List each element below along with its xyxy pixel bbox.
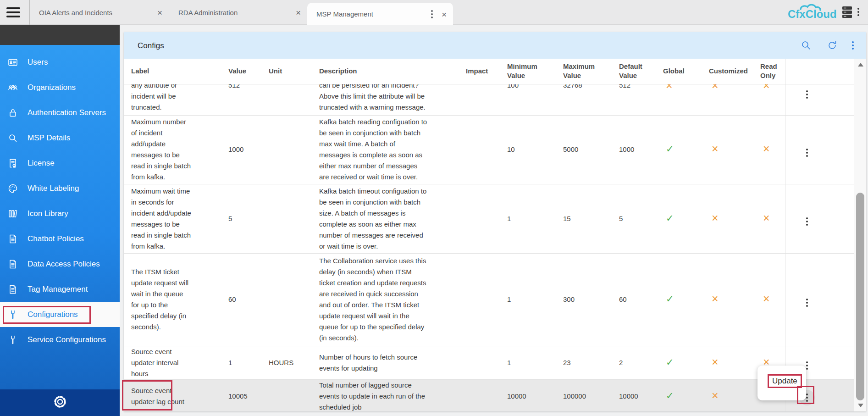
customized-mark: × — [712, 211, 719, 224]
config-default-value: 1000 — [619, 145, 634, 153]
sidebar-item-label: Service Configurations — [28, 335, 106, 344]
config-default-value: 10000 — [619, 392, 638, 400]
config-min-value: 1 — [507, 295, 511, 303]
table-row: Source event updater interval hours 1 HO… — [124, 346, 854, 379]
config-label: Source event updater interval hours — [131, 348, 178, 377]
sidebar-item-data-access-policies[interactable]: Data Access Policies — [0, 251, 120, 277]
hamburger-menu-icon[interactable] — [6, 7, 20, 17]
config-value: 10005 — [228, 392, 248, 400]
global-mark: ✓ — [666, 144, 674, 154]
sidebar-item-tag-management[interactable]: Tag Management — [0, 277, 120, 302]
config-value: 60 — [228, 295, 236, 303]
scrollbar-thumb[interactable] — [856, 193, 864, 400]
tab-msp-management-active[interactable]: MSP Management × — [307, 3, 453, 25]
row-actions-kebab-icon[interactable] — [806, 299, 808, 307]
table-row: Maximum wait time in seconds for inciden… — [124, 184, 854, 253]
lock-icon — [7, 107, 18, 118]
sidebar-item-service-configurations[interactable]: Service Configurations — [0, 327, 120, 352]
scroll-up-arrow-icon[interactable] — [858, 63, 863, 67]
config-min-value: 100 — [507, 84, 553, 91]
config-default-value: 5 — [619, 215, 623, 222]
annotation-box-update: Update — [768, 374, 802, 388]
column-header-value: Value — [221, 59, 261, 84]
table-row: The ITSM ticket update request will wait… — [124, 253, 854, 346]
config-label: The ITSM ticket update request will wait… — [131, 268, 188, 331]
browser-tab-bar: OIA Alerts and Incidents × RDA Administr… — [0, 0, 868, 25]
document-icon — [7, 259, 18, 270]
kebab-icon — [806, 394, 808, 402]
sidebar-item-msp-details[interactable]: MSP Details — [0, 125, 120, 150]
close-icon[interactable]: × — [296, 8, 301, 17]
table-row: Maximum number of incident add/update me… — [124, 115, 854, 184]
sidebar-item-white-labeling[interactable]: White Labeling — [0, 176, 120, 201]
configs-table: Label Value Unit Description Impact Mini… — [124, 59, 854, 411]
sidebar-item-label: Tag Management — [28, 285, 88, 294]
sidebar-item-label: Organizations — [28, 83, 76, 92]
config-max-value: 23 — [563, 359, 571, 366]
sidebar-item-configurations[interactable]: Configurations — [0, 302, 120, 327]
column-header-global: Global — [656, 59, 702, 84]
sidebar: Users Organizations Authentication Serve… — [0, 45, 120, 389]
sidebar-item-icon-library[interactable]: Icon Library — [0, 201, 120, 226]
global-mark: ✓ — [666, 357, 674, 367]
sidebar-item-label: License — [28, 159, 55, 168]
sidebar-item-organizations[interactable]: Organizations — [0, 75, 120, 100]
customized-mark: × — [712, 84, 750, 91]
scroll-down-arrow-icon[interactable] — [858, 404, 863, 407]
update-menu-item[interactable]: Update — [772, 377, 797, 385]
panel-title: Configs — [138, 41, 164, 50]
read-only-mark: × — [763, 292, 770, 305]
tab-label: RDA Administration — [169, 9, 238, 17]
panel-kebab-icon[interactable] — [852, 41, 854, 50]
row-actions-kebab-icon[interactable] — [806, 217, 808, 226]
config-value: 512 — [228, 84, 259, 91]
close-icon[interactable]: × — [157, 8, 162, 17]
global-mark: ✓ — [666, 294, 674, 304]
sidebar-item-authentication-servers[interactable]: Authentication Servers — [0, 100, 120, 125]
sidebar-item-label: Chatbot Policies — [28, 234, 84, 244]
tab-rda-administration[interactable]: RDA Administration × — [169, 0, 307, 25]
column-header-read-only: Read Only — [753, 59, 785, 84]
config-min-value: 1 — [507, 215, 511, 222]
tab-oia-alerts-and-incidents[interactable]: OIA Alerts and Incidents × — [29, 0, 169, 25]
global-mark: × — [666, 84, 699, 91]
config-value: 1 — [228, 359, 232, 366]
sidebar-footer — [0, 389, 120, 416]
document-icon — [7, 284, 18, 295]
server-stack-icon[interactable] — [842, 6, 853, 21]
configs-panel-header: Configs — [124, 32, 866, 59]
config-min-value: 10 — [507, 145, 515, 153]
refresh-icon[interactable] — [827, 40, 838, 53]
sidebar-item-label: Users — [28, 58, 48, 67]
config-max-value: 300 — [563, 295, 575, 303]
cfxcloud-logo: CfxCloud — [787, 3, 843, 24]
wrench-icon — [7, 309, 18, 320]
config-max-value: 5000 — [563, 145, 578, 153]
read-only-mark: × — [763, 211, 770, 224]
search-icon — [7, 133, 18, 144]
sidebar-nav: Users Organizations Authentication Serve… — [0, 45, 120, 352]
config-unit: HOURS — [269, 359, 293, 366]
customized-mark: × — [712, 355, 719, 368]
license-icon — [7, 158, 18, 169]
books-icon — [7, 208, 18, 219]
browser-kebab-icon[interactable] — [857, 8, 859, 16]
sidebar-item-users[interactable]: Users — [0, 50, 120, 75]
tab-label: OIA Alerts and Incidents — [30, 9, 112, 17]
id-card-icon — [7, 57, 18, 68]
palette-icon — [7, 183, 18, 194]
row-actions-kebab-icon[interactable] — [806, 361, 808, 370]
column-header-impact: Impact — [459, 59, 500, 84]
close-icon[interactable]: × — [442, 10, 447, 18]
vertical-scrollbar[interactable] — [854, 59, 866, 411]
gear-icon[interactable] — [53, 394, 67, 411]
tab-options-kebab-icon[interactable] — [431, 10, 433, 18]
row-actions-kebab-icon[interactable] — [806, 149, 808, 157]
config-max-value: 15 — [563, 215, 571, 222]
config-min-value: 10000 — [507, 392, 526, 400]
search-icon[interactable] — [801, 40, 812, 53]
sidebar-item-license[interactable]: License — [0, 150, 120, 176]
sidebar-item-chatbot-policies[interactable]: Chatbot Policies — [0, 226, 120, 251]
row-actions-kebab-icon[interactable] — [806, 90, 808, 99]
config-max-value: 100000 — [563, 392, 586, 400]
